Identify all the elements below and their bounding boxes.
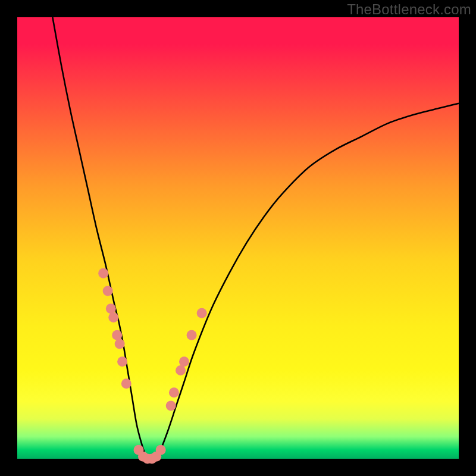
plot-area [17,17,459,459]
curve-svg [17,17,459,459]
bottleneck-curve [52,17,459,459]
marker-dot [166,400,176,411]
marker-group [98,268,206,464]
marker-dot [98,268,108,278]
marker-dot [187,330,197,340]
marker-dot [117,356,127,367]
marker-dot [156,445,166,455]
marker-dot [179,356,189,367]
marker-dot [112,330,122,340]
marker-dot [169,387,179,397]
marker-dot [121,378,131,389]
watermark-text: TheBottleneck.com [347,1,471,18]
marker-dot [176,365,186,375]
chart-stage: TheBottleneck.com [0,0,476,476]
marker-dot [108,312,118,322]
marker-dot [103,286,113,296]
marker-dot [197,308,207,318]
marker-dot [106,303,116,314]
marker-dot [115,339,125,349]
